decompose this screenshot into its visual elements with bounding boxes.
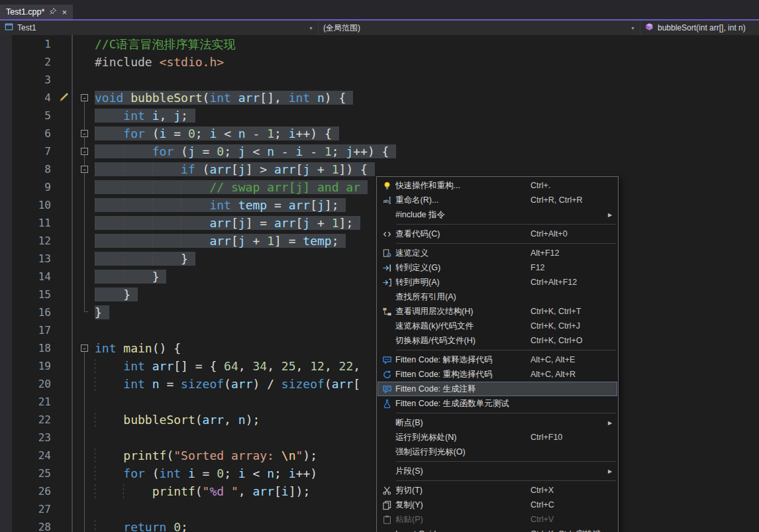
code-token (166, 520, 174, 532)
code-token: ; (181, 109, 188, 123)
line-number: 25 (0, 464, 57, 482)
code-line[interactable]: 4-void bubbleSort(int arr[], int n) { (0, 89, 759, 107)
fold-margin (79, 393, 91, 411)
menu-item[interactable]: #include 指令▶ (378, 207, 617, 222)
menu-item-label: 速览定义 (395, 248, 531, 259)
code-token: 1 (332, 216, 339, 230)
menu-item-label: 剪切(T) (395, 485, 531, 496)
code-token: 1 (267, 234, 274, 248)
menu-item[interactable]: Fitten Code: 生成注释 (378, 382, 617, 396)
tab-test1cpp[interactable]: Test1.cpp* × (0, 5, 73, 19)
code-line[interactable]: 3 (0, 71, 759, 89)
menu-item[interactable]: 复制(Y)Ctrl+C (378, 498, 617, 512)
menu-item-shortcut: Ctrl+Alt+0 (531, 229, 608, 239)
code-line[interactable]: 5 int i, j; (0, 107, 759, 125)
margin-divider (72, 393, 79, 411)
indent-guide (95, 216, 123, 230)
member-dropdown[interactable]: bubbleSort(int arr[], int n) (640, 21, 759, 35)
menu-item[interactable]: 查看代码(C)Ctrl+Alt+0 (378, 227, 617, 241)
selection-highlight: arr[j + 1] = temp; (95, 234, 346, 248)
margin-divider (72, 268, 79, 286)
menu-item[interactable]: 转到声明(A)Ctrl+Alt+F12 (378, 275, 617, 290)
submenu-arrow-icon: ▶ (608, 212, 617, 218)
menu-item[interactable]: 快速操作和重构...Ctrl+. (378, 178, 617, 193)
scope-dropdown[interactable]: (全局范围) ▼ (319, 21, 640, 35)
menu-item[interactable]: 查看调用层次结构(H)Ctrl+K, Ctrl+T (378, 304, 617, 319)
tab-title: Test1.cpp* (6, 7, 44, 17)
margin-divider (72, 375, 79, 393)
pin-icon[interactable] (49, 7, 57, 17)
menu-item[interactable]: 转到定义(G)F12 (378, 260, 617, 275)
menu-item[interactable]: Fitten Code: 解释选择代码Alt+C, Alt+E (378, 352, 617, 367)
code-token: sizeof (181, 377, 224, 391)
code-token: j (317, 198, 325, 212)
code-line[interactable]: 2#include <stdio.h> (0, 53, 759, 71)
menu-item[interactable]: 切换标题/代码文件(H)Ctrl+K, Ctrl+O (378, 333, 617, 348)
margin-divider (72, 447, 79, 464)
indent-guide (123, 144, 152, 158)
indent-guide (95, 484, 123, 498)
fold-collapse-toggle[interactable]: - (81, 148, 88, 155)
code-line[interactable]: 6- for (i = 0; i < n - 1; i++) { (0, 125, 759, 142)
code-text: for (i = 0; i < n - 1; i++) { (91, 125, 759, 142)
menu-item[interactable]: 速览定义Alt+F12 (378, 246, 617, 260)
submenu-arrow-icon: ▶ (608, 468, 617, 474)
fold-collapse-toggle[interactable]: - (81, 130, 88, 137)
menu-item[interactable]: 片段(S)▶ (378, 464, 617, 478)
code-token: 0 (174, 520, 181, 532)
indent-guide (123, 270, 152, 284)
fold-collapse-toggle[interactable]: - (81, 94, 88, 101)
gutter-icon-space (57, 518, 72, 532)
code-token: j (303, 162, 310, 176)
code-token: <stdio.h> (160, 55, 225, 69)
code-token: [] = { (174, 359, 224, 373)
code-token: for (123, 466, 145, 480)
fold-collapse-toggle[interactable]: - (81, 166, 88, 173)
close-icon[interactable]: × (62, 8, 67, 17)
line-number: 12 (0, 232, 57, 250)
fold-collapse-toggle[interactable]: - (81, 345, 88, 352)
menu-item[interactable]: 运行到光标处(N)Ctrl+F10 (378, 430, 617, 445)
menu-item[interactable]: Fitten Code: 重构选择代码Alt+C, Alt+R (378, 367, 617, 382)
margin-divider (72, 500, 79, 518)
code-line[interactable]: 8- if (arr[j] > arr[j + 1]) { (0, 160, 759, 178)
line-number: 14 (0, 268, 57, 286)
menu-item[interactable]: 强制运行到光标(O) (378, 445, 617, 459)
line-number: 3 (0, 71, 57, 89)
chevron-down-icon: ▼ (309, 26, 313, 30)
gutter-icon-space (57, 35, 72, 53)
code-token: - (246, 127, 268, 140)
menu-separator (396, 480, 616, 481)
indent-guide (181, 234, 209, 248)
menu-item[interactable]: 断点(B)▶ (378, 415, 617, 430)
menu-item[interactable]: 剪切(T)Ctrl+X (378, 483, 617, 498)
margin-divider (72, 357, 79, 375)
line-number: 23 (0, 429, 57, 447)
code-token: bubbleSort (123, 413, 195, 427)
margin-divider (72, 339, 79, 357)
selection-highlight: for (j = 0; j < n - i - 1; j++) { (95, 144, 396, 158)
code-token: + (310, 162, 332, 176)
code-token: = (195, 144, 217, 158)
code-line[interactable]: 7- for (j = 0; j < n - i - 1; j++) { (0, 142, 759, 160)
code-token: n (317, 91, 325, 105)
code-token: int (123, 109, 145, 123)
line-number: 6 (0, 125, 57, 142)
menu-item[interactable]: 速览标题(k)/代码文件Ctrl+K, Ctrl+J (378, 319, 617, 333)
copy-icon (378, 500, 395, 510)
code-token: 0 (188, 127, 195, 140)
code-token: , (238, 484, 253, 498)
menu-item[interactable]: 查找所有引用(A) (378, 290, 617, 304)
menu-item[interactable]: Fitten Code: 生成函数单元测试 (378, 396, 617, 411)
menu-item[interactable]: {}Insert GuidCtrl+K, Ctrl+空格键 (378, 527, 617, 532)
code-line[interactable]: 1//C语言冒泡排序算法实现 (0, 35, 759, 53)
code-token: arr (274, 216, 296, 230)
indent-guide (123, 198, 152, 212)
project-dropdown[interactable]: Test1 ▼ (0, 21, 319, 35)
bulb-icon (378, 181, 395, 191)
fold-margin (79, 357, 91, 375)
menu-item[interactable]: ab重命名(R)...Ctrl+R, Ctrl+R (378, 193, 617, 207)
gutter-icon-space (57, 178, 72, 196)
code-token: j (238, 162, 246, 176)
fold-margin (79, 500, 91, 518)
